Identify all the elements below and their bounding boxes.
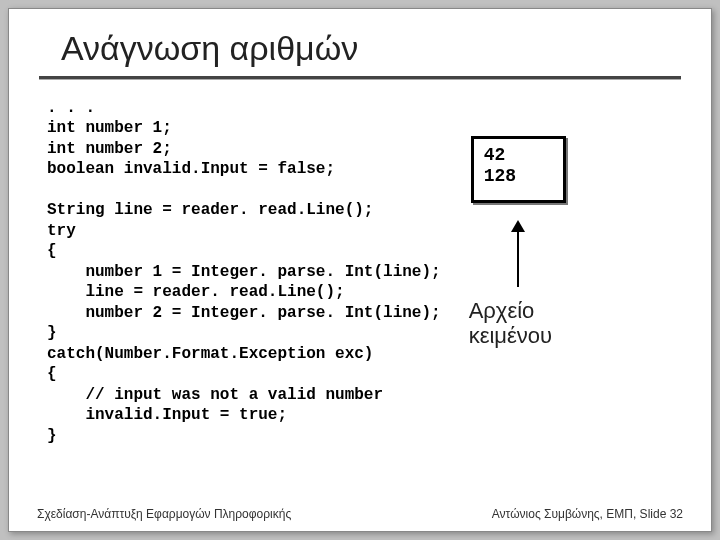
footer-left: Σχεδίαση-Ανάπτυξη Εφαρμογών Πληροφορικής bbox=[37, 507, 291, 521]
slide: Ανάγνωση αριθμών . . . int number 1; int… bbox=[8, 8, 712, 532]
right-column: 42 128 Αρχείο κειμένου bbox=[461, 98, 681, 446]
footer-right: Αντώνιος Συμβώνης, ΕΜΠ, Slide 32 bbox=[492, 507, 683, 521]
file-label: Αρχείο κειμένου bbox=[469, 298, 552, 349]
title-rule bbox=[39, 76, 681, 80]
arrow-icon bbox=[511, 220, 525, 287]
footer: Σχεδίαση-Ανάπτυξη Εφαρμογών Πληροφορικής… bbox=[37, 507, 683, 521]
content-area: . . . int number 1; int number 2; boolea… bbox=[39, 98, 681, 446]
file-box: 42 128 bbox=[471, 136, 566, 203]
code-block: . . . int number 1; int number 2; boolea… bbox=[47, 98, 441, 446]
file-line-2: 128 bbox=[484, 166, 553, 187]
file-line-1: 42 bbox=[484, 145, 553, 166]
slide-title: Ανάγνωση αριθμών bbox=[61, 29, 681, 68]
